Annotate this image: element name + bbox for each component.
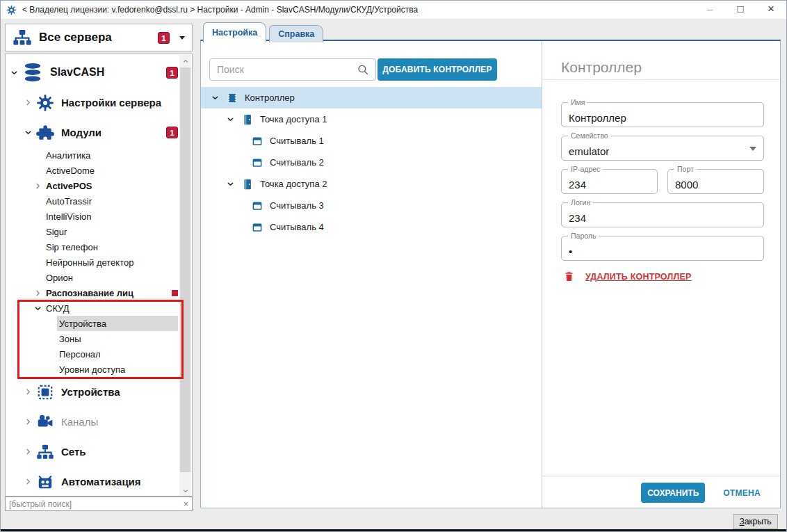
sidebar-item-label: Настройки сервера: [61, 97, 161, 108]
device-tree-item-access-point-1[interactable]: Точка доступа 1: [201, 108, 542, 130]
sidebar-item-skud-access-levels[interactable]: Уровни доступа: [57, 362, 178, 377]
chevron-right-icon[interactable]: [24, 476, 36, 487]
sidebar-item-intellivision[interactable]: IntelliVision: [6, 209, 178, 224]
device-tree-item-reader-3[interactable]: Считываль 3: [201, 195, 542, 216]
sidebar-item-activedome[interactable]: ActiveDome: [6, 163, 178, 178]
sidebar-item-label: СКУД: [46, 303, 70, 314]
device-item-label: Считываль 1: [270, 136, 324, 146]
sidebar-item-label: Уровни доступа: [59, 364, 125, 375]
network-icon: [36, 443, 54, 461]
sidebar-item-skud-devices[interactable]: Устройства: [57, 316, 178, 331]
chevron-right-icon[interactable]: [24, 446, 36, 457]
device-tree-item-reader-4[interactable]: Считываль 4: [201, 216, 542, 238]
sidebar-item-label: Устройства: [59, 319, 106, 329]
search-icon: [357, 63, 369, 76]
reader-icon: [251, 200, 263, 212]
sidebar-item-label: Нейронный детектор: [46, 257, 133, 268]
title-bar: < Владелец лицензии: v.fedorenko@dssl.ru…: [1, 1, 786, 19]
chevron-down-icon[interactable]: [226, 179, 240, 189]
name-input[interactable]: [562, 103, 763, 127]
sidebar-item-devices[interactable]: Устройства: [6, 377, 178, 407]
chevron-down-icon[interactable]: [10, 67, 22, 78]
sidebar-item-channels[interactable]: Каналы: [6, 407, 178, 437]
chevron-spacer: [33, 227, 46, 237]
tab-settings[interactable]: Настройка: [203, 22, 266, 42]
sidebar-item-automation[interactable]: Автоматизация: [6, 467, 178, 497]
close-window-button[interactable]: ×: [756, 1, 786, 19]
sidebar-item-label: Модули: [61, 127, 102, 138]
device-item-label: Считываль 2: [270, 157, 324, 168]
device-tree-item-reader-2[interactable]: Считываль 2: [201, 152, 542, 173]
device-tree-item-controller[interactable]: Контроллер: [201, 87, 542, 108]
minimize-button[interactable]: –: [695, 1, 725, 19]
device-item-label: Точка доступа 2: [260, 179, 327, 189]
chevron-spacer: [33, 242, 46, 252]
trash-icon[interactable]: [563, 271, 575, 282]
sidebar-item-label: Sigur: [46, 227, 67, 237]
settings-content: ДОБАВИТЬ КОНТРОЛЛЕР КонтроллерТочка дост…: [200, 40, 781, 508]
sidebar-item-network[interactable]: Сеть: [6, 437, 178, 467]
device-search-input[interactable]: [210, 63, 357, 76]
chevron-down-icon[interactable]: [211, 92, 225, 103]
sidebar-item-activepos[interactable]: ActivePOS: [6, 178, 178, 193]
sidebar-tree: SlavCASH1Настройки сервераМодули1Аналити…: [6, 57, 192, 497]
sidebar-item-label: SlavCASH: [50, 66, 104, 79]
sidebar-item-face-recognition[interactable]: Распознавание лиц: [6, 285, 178, 300]
chevron-right-icon[interactable]: [24, 97, 36, 108]
device-tree-item-access-point-2[interactable]: Точка доступа 2: [201, 173, 542, 195]
sidebar-item-modules[interactable]: Модули1: [6, 118, 178, 147]
chevron-down-icon[interactable]: [24, 127, 36, 138]
chevron-down-icon[interactable]: [33, 303, 46, 314]
quick-search-input[interactable]: [6, 499, 184, 509]
sidebar-item-autotrassir[interactable]: AutoTrassir: [6, 193, 178, 209]
maximize-button[interactable]: □: [725, 1, 756, 19]
cancel-button[interactable]: ОТМЕНА: [723, 488, 761, 498]
network-icon: [13, 28, 32, 47]
device-item-label: Считываль 3: [270, 200, 324, 211]
device-search: [209, 58, 376, 81]
scrollbar-thumb[interactable]: [180, 67, 190, 472]
chevron-spacer: [236, 222, 250, 232]
form-fields: ИмяСемействоIP-адресПортЛогинПароль: [561, 102, 764, 269]
chevron-spacer: [236, 136, 250, 146]
sidebar-item-skud[interactable]: СКУД: [6, 300, 178, 316]
server-selector[interactable]: Все сервера 1: [5, 24, 193, 51]
dropdown-caret-icon[interactable]: [749, 147, 756, 151]
sidebar-item-analytics[interactable]: Аналитика: [6, 147, 178, 163]
delete-controller-link[interactable]: УДАЛИТЬ КОНТРОЛЛЕР: [585, 272, 692, 282]
field-label: Семейство: [568, 131, 611, 140]
scroll-up-icon[interactable]: [179, 55, 191, 67]
sidebar-item-skud-personnel[interactable]: Персонал: [57, 346, 178, 362]
sidebar-item-server-settings[interactable]: Настройки сервера: [6, 88, 178, 118]
chevron-right-icon[interactable]: [33, 288, 46, 298]
chevron-right-icon[interactable]: [24, 417, 36, 427]
sidebar-item-skud-zones[interactable]: Зоны: [57, 331, 178, 346]
sidebar-item-sip-phone[interactable]: Sip телефон: [6, 239, 178, 255]
sidebar-item-label: Сеть: [61, 446, 86, 458]
save-button[interactable]: СОХРАНИТЬ: [641, 483, 705, 503]
dropdown-caret-icon[interactable]: [179, 36, 185, 40]
field-label: Порт: [674, 165, 697, 174]
scroll-down-icon[interactable]: [179, 485, 191, 497]
clear-icon[interactable]: ×: [184, 499, 188, 509]
tab-help[interactable]: Справка: [269, 25, 323, 42]
sidebar-item-slavcash[interactable]: SlavCASH1: [6, 57, 178, 88]
device-tree-pane: ДОБАВИТЬ КОНТРОЛЛЕР КонтроллерТочка дост…: [201, 41, 542, 508]
device-tree-item-reader-1[interactable]: Считываль 1: [201, 130, 542, 152]
sidebar-item-label: IntelliVision: [46, 211, 92, 222]
password-field: Пароль: [561, 236, 764, 261]
device-item-label: Считываль 4: [270, 222, 324, 232]
tab-bar: Настройка Справка: [203, 22, 326, 42]
add-controller-button[interactable]: ДОБАВИТЬ КОНТРОЛЛЕР: [378, 58, 497, 81]
field-label: Пароль: [568, 232, 599, 241]
sidebar-item-label: ActivePOS: [46, 181, 92, 191]
chevron-right-icon[interactable]: [24, 387, 36, 397]
sidebar-item-sigur[interactable]: Sigur: [6, 224, 178, 239]
sidebar-item-neural-detector[interactable]: Нейронный детектор: [6, 255, 178, 270]
chevron-right-icon[interactable]: [33, 181, 46, 191]
sidebar-item-orion[interactable]: Орион: [6, 270, 178, 285]
sidebar-scrollbar[interactable]: [179, 55, 191, 497]
chevron-down-icon[interactable]: [226, 114, 240, 124]
close-button[interactable]: Закрыть: [733, 514, 778, 529]
notification-badge: 1: [166, 67, 178, 79]
